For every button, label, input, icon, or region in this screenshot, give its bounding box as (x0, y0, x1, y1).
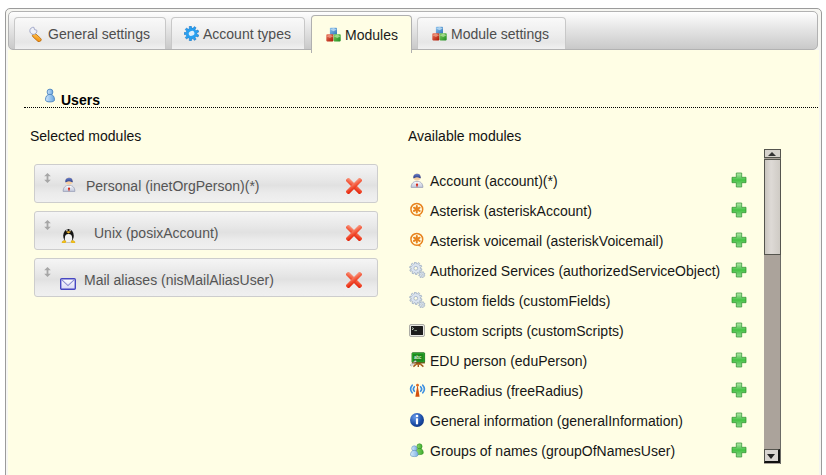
svg-text:abc: abc (414, 355, 422, 360)
